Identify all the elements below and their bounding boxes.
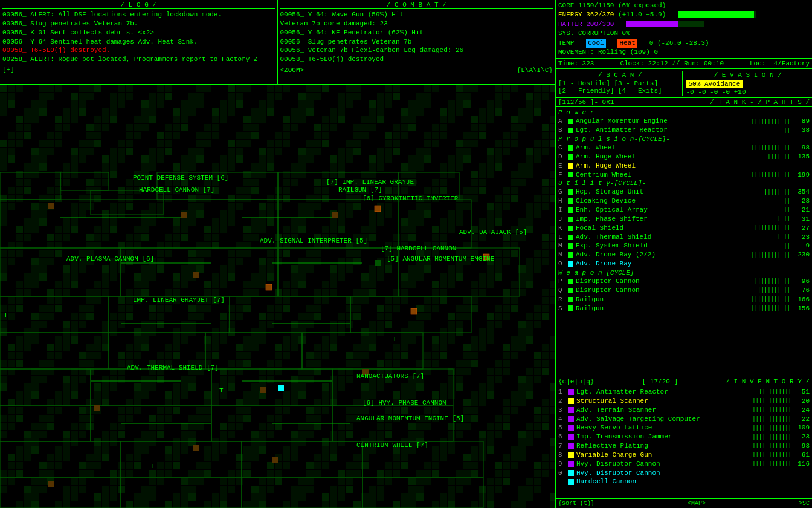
parts-item[interactable]: SRailgun||||||||||||156 bbox=[558, 304, 810, 313]
inv-count: [ 17/20 ] bbox=[642, 378, 678, 385]
inventory-item[interactable]: 6Imp. Transmission Jammer||||||||||||23 bbox=[558, 432, 810, 441]
parts-item[interactable]: DArm. Huge Wheel|||||||135 bbox=[558, 152, 810, 161]
part-status-dot bbox=[568, 198, 573, 204]
part-name-label: Focal Shield bbox=[576, 224, 755, 233]
log-line: 00056_ ALERT: All DSF locations entering… bbox=[2, 10, 275, 19]
log-combat-section: / L O G / 00056_ ALERT: All DSF location… bbox=[0, 0, 555, 85]
loc-display: Loc: -4/Factory bbox=[750, 60, 810, 67]
bottom-bar: {sort (t)} <MAP> >SC bbox=[556, 498, 812, 508]
parts-item[interactable]: PDisruptor Cannon|||||||||||96 bbox=[558, 277, 810, 286]
inv-item-name: Hardcell Cannon bbox=[576, 477, 810, 486]
inv-status-dot bbox=[568, 443, 574, 449]
zoom-nav[interactable]: <ZOOM> bbox=[280, 67, 304, 74]
inventory-item[interactable]: Hardcell Cannon bbox=[558, 477, 810, 486]
log-area: / L O G / 00056_ ALERT: All DSF location… bbox=[0, 0, 278, 84]
inventory-item[interactable]: 9Hvy. Disruptor Cannon||||||||||||116 bbox=[558, 460, 810, 469]
part-value: 199 bbox=[790, 171, 810, 180]
part-health-bars: |||||||||||| bbox=[751, 144, 790, 151]
inventory-item[interactable]: 0Hvy. Disruptor Cannon bbox=[558, 469, 810, 478]
map-shortcut[interactable]: <MAP> bbox=[688, 500, 706, 507]
parts-title: / T A N K - / P A R T S / bbox=[710, 99, 810, 106]
combat-line: 00056_ Y-64: KE Penetrator (62%) Hit bbox=[280, 28, 553, 37]
part-health-bars: |||||||||||| bbox=[751, 305, 790, 312]
sort-shortcut[interactable]: {sort (t)} bbox=[558, 500, 594, 507]
part-health-bars: |||| bbox=[777, 233, 790, 241]
inv-shortcuts: {c|e|u|q} bbox=[558, 378, 594, 385]
parts-list: P o w e rAAngular Momentum Engine|||||||… bbox=[556, 107, 812, 374]
inv-item-name: Lgt. Antimatter Reactor bbox=[576, 388, 759, 397]
combat-header: / C O M B A T / bbox=[280, 1, 553, 9]
parts-item[interactable]: KFocal Shield|||||||||||27 bbox=[558, 224, 810, 233]
part-name-label: Arm. Huge Wheel bbox=[576, 161, 810, 171]
parts-item[interactable]: MExp. System Shield||9 bbox=[558, 241, 810, 250]
part-status-dot bbox=[568, 252, 573, 258]
part-value: 31 bbox=[790, 215, 810, 224]
inv-header-title: / I N V E N T O R Y / bbox=[726, 378, 810, 385]
scan-item-2[interactable]: [2 - Friendly] [4 - Exits] bbox=[558, 87, 682, 94]
part-name-label: Enh. Optical Array bbox=[576, 206, 781, 215]
inv-item-name: Imp. Transmission Jammer bbox=[576, 432, 752, 441]
corruption-stat: SYS. CORRUPTION 0% bbox=[558, 29, 810, 38]
parts-item[interactable]: OAdv. Drone Bay bbox=[558, 259, 810, 269]
sc-shortcut[interactable]: >SC bbox=[799, 500, 810, 507]
time-display: Time: 323 bbox=[558, 60, 594, 67]
parts-item[interactable]: EArm. Huge Wheel bbox=[558, 161, 810, 171]
part-value: 135 bbox=[790, 152, 810, 161]
inventory-item[interactable]: 4Adv. Salvage Targeting Computer||||||||… bbox=[558, 415, 810, 424]
hatter-stat: HATTER 200/300 bbox=[558, 20, 810, 29]
part-value: 166 bbox=[790, 295, 810, 304]
parts-item[interactable]: NAdv. Drone Bay (2/2)||||||||||||230 bbox=[558, 250, 810, 259]
parts-item[interactable]: GHcp. Storage Unit||||||||354 bbox=[558, 187, 810, 197]
parts-section: [112/56 ]- 0x1 / T A N K - / P A R T S /… bbox=[556, 98, 812, 377]
part-status-dot bbox=[568, 145, 573, 151]
map-label: ADV. DATAJACK [5] bbox=[459, 229, 527, 236]
parts-item[interactable]: BLgt. Antimatter Reactor|||38 bbox=[558, 126, 810, 135]
part-value: 76 bbox=[790, 286, 810, 295]
parts-item[interactable]: IEnh. Optical Array|||21 bbox=[558, 206, 810, 215]
inventory-item[interactable]: 7Reflective Plating||||||||||||93 bbox=[558, 441, 810, 451]
parts-item[interactable]: HCloaking Device|||28 bbox=[558, 197, 810, 206]
parts-item[interactable]: AAngular Momentum Engine||||||||||||89 bbox=[558, 117, 810, 126]
part-name-label: Angular Momentum Engine bbox=[576, 117, 751, 126]
parts-item[interactable]: CArm. Wheel||||||||||||98 bbox=[558, 143, 810, 152]
part-name-label: Adv. Drone Bay (2/2) bbox=[576, 250, 751, 259]
inv-item-name: Variable Charge Gun bbox=[576, 451, 752, 460]
inventory-item[interactable]: 3Adv. Terrain Scanner||||||||||||24 bbox=[558, 406, 810, 415]
inventory-item[interactable]: 5Heavy Servo Lattice||||||||||||109 bbox=[558, 423, 810, 432]
part-value: 27 bbox=[790, 224, 810, 233]
inv-item-name: Adv. Salvage Targeting Computer bbox=[576, 415, 752, 424]
part-status-dot bbox=[568, 217, 573, 222]
inv-item-value: 23 bbox=[791, 432, 810, 441]
inventory-item[interactable]: 8Variable Charge Gun||||||||||||61 bbox=[558, 451, 810, 460]
parts-item[interactable]: LAdv. Thermal Shield||||23 bbox=[558, 233, 810, 242]
inv-status-dot bbox=[568, 416, 574, 422]
parts-header: [112/56 ]- 0x1 / T A N K - / P A R T S / bbox=[556, 98, 812, 107]
part-status-dot bbox=[568, 163, 573, 169]
scan-item-1[interactable]: [1 - Hostile] [3 - Parts] bbox=[558, 80, 682, 87]
part-health-bars: ||||||||||| bbox=[755, 278, 790, 285]
inv-item-value: 51 bbox=[791, 388, 810, 397]
temp-cool-badge: Cool bbox=[586, 39, 605, 48]
parts-item[interactable]: QDisruptor Cannon||||||||||76 bbox=[558, 286, 810, 295]
inv-health-bars: |||||||||||| bbox=[752, 442, 791, 449]
parts-category-label: W e a p o n-[CYCLE]- bbox=[558, 269, 810, 276]
part-name-label: Adv. Drone Bay bbox=[576, 259, 810, 269]
inv-item-value: 24 bbox=[791, 406, 810, 415]
map-label: [7] HARDCELL CANNON bbox=[381, 245, 456, 252]
map-label: [7] IMP. LINEAR GRAYJET bbox=[326, 178, 418, 186]
part-value: 28 bbox=[790, 197, 810, 206]
evasion-header: / E V A S I O N / bbox=[686, 71, 810, 79]
parts-item[interactable]: RRailgun||||||||||||166 bbox=[558, 295, 810, 304]
inventory-item[interactable]: 1Lgt. Antimatter Reactor||||||||||51 bbox=[558, 388, 810, 397]
inv-status-dot bbox=[568, 398, 574, 404]
inv-item-value: 20 bbox=[791, 397, 810, 406]
scan-header: / S C A N / bbox=[558, 71, 682, 79]
inventory-header: {c|e|u|q} [ 17/20 ] / I N V E N T O R Y … bbox=[556, 377, 812, 386]
lai-nav[interactable]: {L\A\I\C} bbox=[517, 67, 553, 74]
inventory-item[interactable]: 2Structural Scanner||||||||||||20 bbox=[558, 397, 810, 406]
part-health-bars: ||||||||||| bbox=[755, 224, 790, 232]
parts-item[interactable]: JImp. Phase Shifter||||31 bbox=[558, 215, 810, 224]
combat-line: Veteran 7b core damaged: 23 bbox=[280, 19, 553, 28]
parts-item[interactable]: FCentrium Wheel||||||||||||199 bbox=[558, 171, 810, 180]
combat-line: 00056_ Y-64: Wave Gun (59%) Hit bbox=[280, 10, 553, 19]
